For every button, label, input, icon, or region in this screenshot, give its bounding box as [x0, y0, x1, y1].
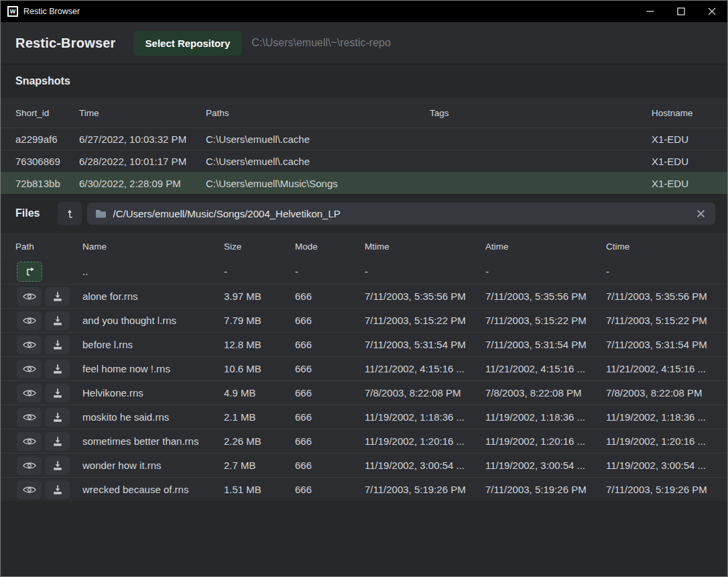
file-row: wrecked because of.rns 1.51 MB 666 7/11/… [1, 477, 727, 501]
up-right-arrow-icon [23, 266, 36, 278]
snapshot-paths: C:\Users\emuell\Music\Songs [206, 178, 430, 189]
file-mtime: 11/21/2002, 4:15:16 ... [365, 363, 485, 374]
snapshot-hostname: X1-EDU [652, 178, 718, 189]
file-mtime: 7/11/2003, 5:19:26 PM [365, 484, 485, 495]
col-atime: Atime [485, 242, 606, 252]
file-ctime: 7/11/2003, 5:31:54 PM [606, 339, 718, 350]
file-name: moskito he said.rns [82, 411, 224, 423]
file-name: Helvikone.rns [82, 387, 224, 399]
eye-icon [23, 340, 36, 350]
app-icon: W [7, 6, 18, 17]
file-name: feel home now !.rns [82, 363, 224, 374]
maximize-button[interactable] [666, 1, 696, 22]
snapshot-row[interactable]: a2299af6 6/27/2022, 10:03:32 PM C:\Users… [1, 127, 727, 150]
snapshot-short-id: 72b813bb [15, 178, 79, 189]
file-mode: 666 [295, 435, 365, 447]
file-name: alone for.rns [82, 291, 224, 302]
download-icon [52, 460, 63, 471]
download-icon [52, 436, 63, 447]
file-mtime: - [365, 266, 485, 277]
eye-icon [23, 413, 36, 422]
files-toolbar: Files /C/Users/emuell/Music/Songs/2004_H… [1, 194, 727, 233]
file-atime: 7/11/2003, 5:35:56 PM [485, 291, 606, 302]
snapshot-time: 6/28/2022, 10:01:17 PM [79, 156, 206, 167]
col-ctime: Ctime [606, 242, 718, 252]
col-name: Name [82, 242, 224, 252]
window-title: Restic Browser [23, 7, 80, 16]
eye-icon [23, 437, 36, 446]
file-ctime: 7/11/2003, 5:15:22 PM [606, 315, 718, 326]
file-mtime: 11/19/2002, 1:20:16 ... [365, 435, 485, 447]
eye-icon [23, 316, 36, 325]
file-mode: 666 [295, 460, 365, 471]
close-button[interactable] [696, 1, 727, 22]
file-ctime: - [606, 266, 718, 277]
eye-icon [23, 485, 36, 494]
preview-file-button[interactable] [17, 480, 42, 499]
titlebar: W Restic Browser [1, 1, 727, 22]
snapshot-short-id: a2299af6 [15, 134, 79, 145]
snapshot-short-id: 76306869 [15, 156, 79, 167]
file-row: moskito he said.rns 2.1 MB 666 11/19/200… [1, 405, 727, 429]
download-file-button[interactable] [45, 384, 70, 403]
snapshot-row[interactable]: 76306869 6/28/2022, 10:01:17 PM C:\Users… [1, 150, 727, 172]
file-size: 10.6 MB [224, 363, 295, 374]
col-mode: Mode [295, 242, 365, 252]
select-repository-button[interactable]: Select Repository [133, 31, 243, 56]
current-path-text: /C/Users/emuell/Music/Songs/2004_Helveti… [113, 208, 688, 219]
app-title: Restic-Browser [15, 36, 116, 51]
preview-file-button[interactable] [17, 287, 42, 306]
snapshots-heading: Snapshots [1, 64, 727, 98]
download-file-button[interactable] [45, 311, 70, 330]
up-to-root-button[interactable] [58, 202, 82, 225]
col-mtime: Mtime [365, 242, 485, 252]
snapshot-hostname: X1-EDU [652, 156, 718, 167]
app-icon-letter: W [10, 9, 16, 15]
file-mtime: 11/19/2002, 1:18:36 ... [365, 411, 485, 423]
download-file-button[interactable] [45, 287, 70, 306]
preview-file-button[interactable] [17, 384, 42, 403]
preview-file-button[interactable] [17, 311, 42, 330]
download-file-button[interactable] [45, 432, 70, 451]
clear-x-icon [696, 209, 705, 218]
file-mtime: 7/11/2003, 5:15:22 PM [365, 315, 485, 326]
file-row: alone for.rns 3.97 MB 666 7/11/2003, 5:3… [1, 284, 727, 308]
file-row: and you thought l.rns 7.79 MB 666 7/11/2… [1, 308, 727, 332]
preview-file-button[interactable] [17, 456, 42, 475]
snapshot-paths: C:\Users\emuell\.cache [206, 134, 430, 145]
snapshot-row-selected[interactable]: 72b813bb 6/30/2022, 2:28:09 PM C:\Users\… [1, 172, 727, 194]
file-atime: 11/19/2002, 1:20:16 ... [485, 435, 606, 447]
file-size: 1.51 MB [224, 484, 295, 495]
maximize-icon [677, 7, 685, 15]
up-arrow-icon [64, 207, 76, 219]
file-mtime: 11/19/2002, 3:00:54 ... [365, 460, 485, 471]
file-name: sometimes better than.rns [82, 435, 224, 447]
file-size: 7.79 MB [224, 315, 295, 326]
folder-icon [95, 209, 107, 218]
file-mode: 666 [295, 387, 365, 399]
current-path-bar[interactable]: /C/Users/emuell/Music/Songs/2004_Helveti… [87, 203, 715, 225]
download-file-button[interactable] [45, 456, 70, 475]
download-file-button[interactable] [45, 335, 70, 354]
file-ctime: 7/11/2003, 5:35:56 PM [606, 291, 718, 302]
preview-file-button[interactable] [17, 360, 42, 378]
download-file-button[interactable] [45, 480, 70, 499]
clear-path-button[interactable] [694, 207, 707, 220]
file-size: 12.8 MB [224, 339, 295, 350]
download-icon [52, 339, 63, 350]
file-ctime: 11/19/2002, 1:20:16 ... [606, 435, 718, 447]
preview-file-button[interactable] [17, 335, 42, 354]
file-size: 2.26 MB [224, 435, 295, 447]
file-mtime: 7/8/2003, 8:22:08 PM [365, 387, 485, 399]
download-file-button[interactable] [45, 408, 70, 427]
go-to-parent-button[interactable] [17, 262, 42, 282]
minimize-button[interactable] [635, 1, 666, 22]
file-name: .. [82, 266, 224, 277]
file-ctime: 11/19/2002, 3:00:54 ... [606, 460, 718, 471]
download-file-button[interactable] [45, 360, 70, 378]
files-table-header: Path Name Size Mode Mtime Atime Ctime [1, 233, 727, 260]
preview-file-button[interactable] [17, 432, 42, 451]
preview-file-button[interactable] [17, 408, 42, 427]
file-atime: 11/19/2002, 1:18:36 ... [485, 411, 606, 423]
close-icon [708, 7, 716, 15]
